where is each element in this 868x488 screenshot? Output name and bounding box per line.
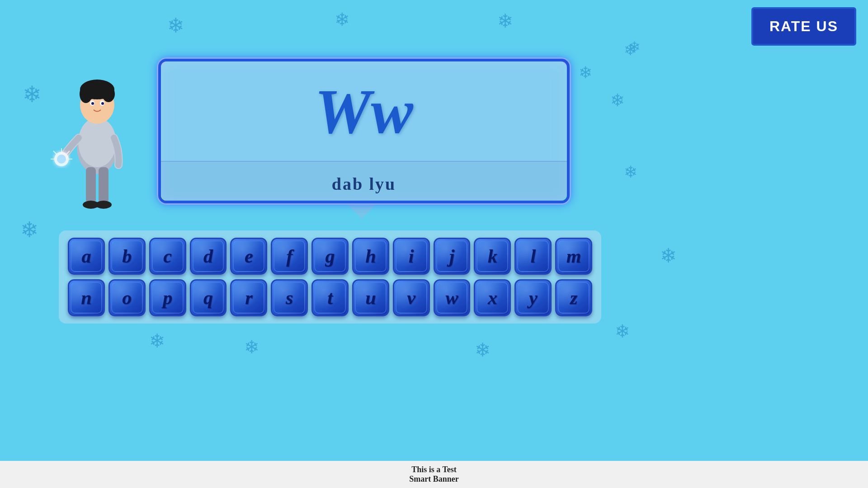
key-label-a: a: [81, 245, 91, 267]
svg-point-14: [101, 102, 104, 105]
key-r[interactable]: r: [230, 279, 267, 316]
key-w[interactable]: w: [434, 279, 471, 316]
key-p[interactable]: p: [149, 279, 186, 316]
snowflake-decoration: ❄: [475, 339, 491, 361]
key-k[interactable]: k: [474, 238, 511, 275]
keyboard-row-2: nopqrstuvwxyz: [68, 279, 592, 316]
keyboard-row-1: abcdefghijklm: [68, 238, 592, 275]
key-c[interactable]: c: [149, 238, 186, 275]
snowflake-decoration: ❄: [20, 217, 38, 242]
key-x[interactable]: x: [474, 279, 511, 316]
key-label-g: g: [326, 245, 335, 267]
key-u[interactable]: u: [352, 279, 389, 316]
character-illustration: [45, 63, 149, 226]
snowflake-decoration: ❄: [23, 81, 42, 108]
snowflake-decoration: ❄: [167, 14, 184, 38]
key-m[interactable]: m: [555, 238, 592, 275]
key-label-n: n: [81, 287, 91, 309]
key-label-k: k: [488, 245, 497, 267]
key-label-x: x: [488, 287, 497, 309]
snowflake-decoration: ❄: [579, 63, 592, 82]
key-z[interactable]: z: [555, 279, 592, 316]
key-label-t: t: [327, 287, 333, 309]
key-q[interactable]: q: [190, 279, 227, 316]
svg-point-4: [95, 201, 112, 209]
key-s[interactable]: s: [271, 279, 308, 316]
keyboard: abcdefghijklm nopqrstuvwxyz: [59, 230, 601, 324]
key-a[interactable]: a: [68, 238, 105, 275]
key-g[interactable]: g: [311, 238, 349, 275]
snowflake-decoration: ❄: [660, 244, 677, 267]
svg-point-16: [57, 155, 66, 164]
rate-us-button[interactable]: RATE US: [751, 7, 856, 46]
snowflake-decoration: ❄: [497, 10, 513, 32]
key-label-p: p: [163, 287, 172, 309]
svg-point-5: [78, 117, 116, 167]
key-d[interactable]: d: [190, 238, 227, 275]
key-label-c: c: [163, 245, 172, 267]
svg-point-13: [91, 102, 94, 105]
key-label-s: s: [286, 287, 293, 309]
svg-point-10: [102, 86, 115, 102]
key-label-z: z: [570, 287, 577, 309]
key-y[interactable]: y: [514, 279, 552, 316]
key-j[interactable]: j: [434, 238, 471, 275]
key-label-u: u: [365, 287, 376, 309]
key-l[interactable]: l: [514, 238, 552, 275]
key-i[interactable]: i: [393, 238, 430, 275]
key-label-b: b: [122, 245, 132, 267]
banner-line1: This is a Test: [411, 465, 457, 474]
key-label-l: l: [530, 245, 536, 267]
key-label-r: r: [245, 287, 252, 309]
key-label-w: w: [446, 287, 458, 309]
key-label-y: y: [529, 287, 538, 309]
key-label-h: h: [365, 245, 376, 267]
svg-rect-1: [86, 167, 96, 203]
key-label-m: m: [566, 245, 581, 267]
snowflake-decoration: ❄: [244, 337, 259, 358]
svg-line-20: [53, 151, 57, 154]
key-label-f: f: [286, 245, 292, 267]
svg-point-9: [80, 85, 92, 103]
snowflake-decoration: ❄: [615, 321, 630, 342]
key-h[interactable]: h: [352, 238, 389, 275]
key-label-d: d: [203, 245, 213, 267]
phonetic-bar: dab lyu: [161, 161, 567, 203]
key-f[interactable]: f: [271, 238, 308, 275]
key-e[interactable]: e: [230, 238, 267, 275]
key-v[interactable]: v: [393, 279, 430, 316]
banner-line2: Smart Banner: [409, 474, 459, 484]
svg-rect-2: [99, 167, 108, 203]
key-label-j: j: [449, 245, 455, 267]
letter-area: Ww: [161, 61, 567, 161]
key-t[interactable]: t: [311, 279, 349, 316]
snowflake-decoration: ❄: [149, 330, 165, 352]
key-label-o: o: [122, 287, 132, 309]
phonetic-text: dab lyu: [332, 174, 396, 194]
key-b[interactable]: b: [108, 238, 146, 275]
key-o[interactable]: o: [108, 279, 146, 316]
snowflake-decoration: ❄: [610, 90, 625, 110]
letter-text: Ww: [315, 75, 413, 148]
key-n[interactable]: n: [68, 279, 105, 316]
key-label-q: q: [203, 287, 213, 309]
snowflake-decoration: ❄: [335, 9, 350, 30]
bottom-banner: This is a Test Smart Banner: [0, 461, 868, 488]
snowflake-decoration: ❄: [624, 41, 637, 59]
snowflake-decoration: ❄: [628, 38, 641, 56]
key-label-e: e: [245, 245, 253, 267]
letter-display-screen: Ww dab lyu: [158, 59, 570, 203]
snowflake-decoration: ❄: [624, 163, 637, 182]
key-label-i: i: [409, 245, 414, 267]
key-label-v: v: [407, 287, 415, 309]
screen-pointer: [344, 201, 380, 219]
